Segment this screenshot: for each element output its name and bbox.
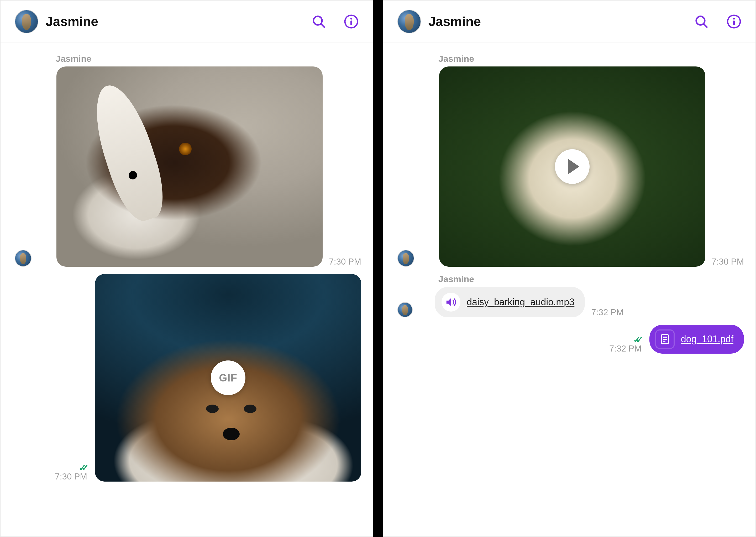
message-incoming-video: Jasmine 7:30 PM [397,54,744,267]
avatar[interactable] [15,10,38,33]
sender-label: Jasmine [56,54,361,64]
timestamp: 7:30 PM [55,472,87,481]
avatar[interactable] [397,302,413,317]
chat-body: Jasmine 7:30 PM Jasmine [383,43,755,536]
svg-rect-9 [733,21,735,25]
chat-title: Jasmine [46,14,310,29]
message-incoming-audio: Jasmine daisy_barking_audio.mp3 7:32 PM [397,274,744,317]
timestamp: 7:32 PM [609,344,642,353]
svg-point-3 [351,18,352,20]
avatar[interactable] [15,250,31,267]
timestamp: 7:30 PM [712,257,744,267]
message-outgoing-gif: ✓✓ 7:30 PM GIF [15,274,361,481]
file-name: daisy_barking_audio.mp3 [467,297,574,308]
sender-label: Jasmine [438,274,744,284]
file-name: dog_101.pdf [681,334,734,345]
speaker-icon [441,293,460,311]
search-icon[interactable] [693,13,710,30]
sender-label: Jasmine [438,54,744,64]
document-icon [655,329,675,349]
svg-point-8 [733,18,735,20]
gif-badge: GIF [211,360,246,395]
timestamp: 7:30 PM [329,257,361,267]
chat-header: Jasmine [1,1,373,43]
read-receipt-icon: ✓✓ [79,463,84,472]
file-attachment[interactable]: dog_101.pdf [649,325,744,353]
search-icon[interactable] [310,13,327,30]
info-icon[interactable] [342,13,360,30]
svg-line-6 [704,24,707,27]
svg-line-1 [321,24,324,27]
video-attachment[interactable] [439,66,705,267]
avatar[interactable] [397,10,421,33]
audio-attachment[interactable]: daisy_barking_audio.mp3 [435,287,585,317]
chat-title: Jasmine [429,14,693,29]
image-attachment[interactable] [57,66,322,267]
message-incoming-image: Jasmine 7:30 PM [15,54,361,267]
chat-body: Jasmine 7:30 PM ✓✓ 7:30 PM GIF [1,43,373,536]
chat-header: Jasmine [383,1,755,43]
chat-pane-left: Jasmine Jasmine 7:30 PM [0,0,373,537]
message-outgoing-file: ✓✓ 7:32 PM dog_101.pdf [397,325,744,353]
timestamp: 7:32 PM [591,308,624,317]
chat-pane-right: Jasmine Jasmine 7:30 PM [383,0,756,537]
gif-attachment[interactable]: GIF [95,274,361,481]
avatar[interactable] [397,250,414,267]
info-icon[interactable] [725,13,743,30]
svg-rect-4 [351,21,352,25]
play-icon[interactable] [555,149,589,184]
read-receipt-icon: ✓✓ [633,335,638,344]
